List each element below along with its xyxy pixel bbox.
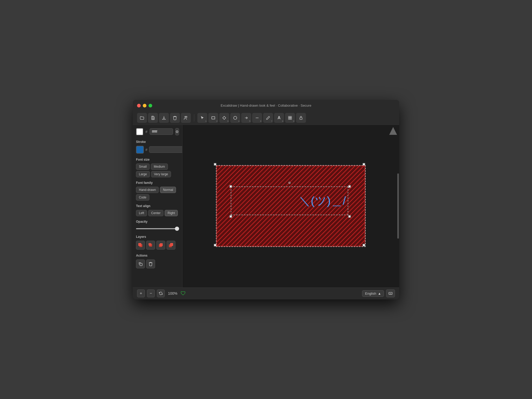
- language-selector[interactable]: English ▲: [362, 290, 384, 297]
- titlebar: Excalidraw | Hand-drawn look & feel · Co…: [133, 100, 399, 111]
- lock-tool-button[interactable]: [296, 113, 306, 123]
- text-align-group: Left Center Right: [136, 210, 179, 216]
- text-container: ＼(ツ)＿/: [231, 186, 348, 215]
- svg-rect-15: [160, 243, 163, 246]
- background-hash: #: [145, 130, 147, 134]
- text-align-section-title: Text align: [136, 204, 179, 208]
- rectangle-tool-button[interactable]: 2: [208, 113, 218, 123]
- canvas-content: ＼(ツ)＿/: [216, 166, 365, 246]
- tool-number-7: 7: [271, 120, 272, 122]
- stroke-color-swatch[interactable]: [136, 146, 144, 154]
- settings-button[interactable]: ⚙: [175, 128, 179, 135]
- zoom-out-button[interactable]: −: [147, 289, 155, 297]
- excalidraw-window: Excalidraw | Hand-drawn look & feel · Co…: [133, 100, 399, 299]
- tool-number-6: 6: [260, 120, 261, 122]
- canvas-area[interactable]: ＼(ツ)＿/: [182, 125, 399, 287]
- send-backward-button[interactable]: [146, 241, 155, 250]
- select-tool-button[interactable]: 1: [197, 113, 207, 123]
- svg-rect-2: [212, 117, 215, 119]
- minimize-button[interactable]: [143, 104, 146, 107]
- window-title: Excalidraw | Hand-drawn look & feel · Co…: [221, 104, 311, 107]
- circle-tool-button[interactable]: 4: [230, 113, 240, 123]
- layers-row: [136, 241, 179, 250]
- svg-rect-5: [288, 116, 290, 118]
- tool-number-1: 1: [205, 120, 206, 122]
- shield-icon: 🛡: [181, 291, 186, 297]
- svg-rect-6: [290, 116, 292, 118]
- handle-bottom-right[interactable]: [348, 215, 351, 218]
- font-family-code-button[interactable]: Code: [136, 194, 149, 201]
- zoom-level-display: 100%: [167, 291, 179, 295]
- delete-button[interactable]: [170, 113, 180, 123]
- close-button[interactable]: [137, 104, 141, 107]
- scrollbar-thumb[interactable]: [397, 173, 399, 238]
- toolbar: 1 2 3 4 5: [133, 111, 399, 125]
- outer-handle-top-right[interactable]: [363, 163, 365, 166]
- save-button[interactable]: [148, 113, 158, 123]
- trash-button[interactable]: [146, 259, 155, 268]
- corner-decoration: [389, 127, 397, 136]
- font-family-normal-button[interactable]: Normal: [160, 187, 176, 193]
- actions-row: [136, 259, 179, 268]
- outer-handle-top-left[interactable]: [214, 163, 216, 166]
- svg-marker-19: [389, 127, 397, 135]
- line-tool-button[interactable]: 6: [252, 113, 262, 123]
- outer-selection: ＼(ツ)＿/: [216, 166, 365, 246]
- font-size-large-button[interactable]: Large: [136, 171, 150, 177]
- font-size-small-button[interactable]: Small: [136, 164, 150, 170]
- arrow-tool-button[interactable]: 5: [241, 113, 251, 123]
- duplicate-button[interactable]: [136, 259, 145, 268]
- bring-forward-button[interactable]: [156, 241, 165, 250]
- font-size-medium-button[interactable]: Medium: [151, 164, 168, 170]
- rotation-handle[interactable]: [288, 182, 291, 184]
- language-label: English: [365, 292, 376, 295]
- bring-to-front-button[interactable]: [167, 241, 175, 250]
- layers-section-title: Layers: [136, 235, 179, 239]
- text-align-left-button[interactable]: Left: [136, 210, 147, 216]
- font-size-very-large-button[interactable]: Very large: [151, 171, 171, 177]
- svg-rect-7: [288, 118, 290, 119]
- svg-rect-11: [139, 243, 141, 246]
- text-selection-box: ＼(ツ)＿/: [231, 186, 348, 215]
- stroke-section-title: Stroke: [136, 140, 179, 144]
- text-tool-button[interactable]: A 8: [274, 113, 284, 123]
- stroke-hash: #: [145, 148, 147, 152]
- open-file-button[interactable]: [137, 113, 147, 123]
- text-align-center-button[interactable]: Center: [148, 210, 163, 216]
- collaborate-button[interactable]: [181, 113, 191, 123]
- svg-rect-17: [170, 243, 173, 246]
- svg-rect-8: [290, 118, 292, 119]
- background-color-input[interactable]: ffffff: [150, 128, 173, 135]
- tool-number-2: 2: [216, 120, 217, 122]
- stroke-color-input[interactable]: 1864ab: [149, 146, 182, 153]
- opacity-slider[interactable]: [136, 228, 179, 229]
- diamond-tool-button[interactable]: 3: [219, 113, 229, 123]
- handle-top-right[interactable]: [348, 185, 351, 188]
- svg-rect-23: [389, 292, 392, 294]
- font-size-group: Small Medium Large Very large: [136, 164, 179, 177]
- send-to-back-button[interactable]: [136, 241, 145, 250]
- export-button[interactable]: [159, 113, 169, 123]
- opacity-section-title: Opacity: [136, 220, 179, 223]
- opacity-slider-container: [136, 226, 179, 230]
- statusbar: + − 100% 🛡 English ▲: [133, 287, 399, 299]
- window-controls: [137, 104, 152, 107]
- keyboard-shortcuts-button[interactable]: [386, 289, 395, 297]
- tool-number-5: 5: [249, 120, 250, 122]
- maximize-button[interactable]: [149, 104, 152, 107]
- pencil-tool-button[interactable]: 7: [263, 113, 273, 123]
- handle-bottom-left[interactable]: [229, 215, 232, 218]
- svg-point-3: [234, 116, 237, 119]
- font-family-handdrawn-button[interactable]: Hand-drawn: [136, 187, 159, 193]
- zoom-in-button[interactable]: +: [137, 289, 145, 297]
- background-color-swatch[interactable]: [136, 128, 143, 135]
- text-align-right-button[interactable]: Right: [165, 210, 178, 216]
- library-tool-button[interactable]: 9: [285, 113, 295, 123]
- scrollbar-track[interactable]: [397, 125, 399, 287]
- statusbar-left: + − 100% 🛡: [137, 289, 186, 297]
- outer-handle-bottom-right[interactable]: [363, 244, 365, 246]
- font-size-section-title: Font size: [136, 158, 179, 161]
- statusbar-right: English ▲: [362, 289, 395, 297]
- outer-handle-bottom-left[interactable]: [214, 244, 216, 246]
- zoom-reset-button[interactable]: [157, 289, 165, 297]
